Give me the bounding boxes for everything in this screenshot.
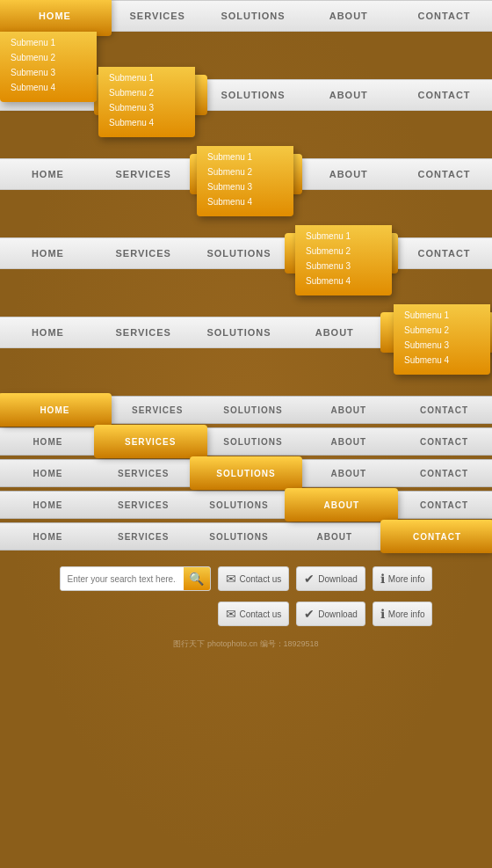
nav-home-7[interactable]: HOME <box>0 428 96 455</box>
nav-services-7[interactable]: SERVICES <box>96 427 206 456</box>
email-icon-2: ✉ <box>226 607 236 621</box>
bottom-bar-1: 🔍 ✉ Contact us ✔ Download ℹ More info <box>0 558 492 600</box>
info-icon: ℹ <box>380 572 385 586</box>
nav-services-10[interactable]: SERVICES <box>96 523 192 550</box>
download-label-2: Download <box>318 609 357 619</box>
nav-contact-4[interactable]: CONTACT <box>396 238 492 268</box>
submenu-item[interactable]: Submenu 1 <box>105 70 188 85</box>
more-info-button-2[interactable]: ℹ More info <box>373 602 433 626</box>
watermark: 图行天下 photophoto.cn 编号：18929518 <box>0 635 492 653</box>
nav-contact-6[interactable]: CONTACT <box>396 397 492 423</box>
nav-solutions-7[interactable]: SOLUTIONS <box>206 428 301 455</box>
nav-about-1[interactable]: ABOUT <box>300 1 396 31</box>
download-button-2[interactable]: ✔ Download <box>296 602 365 626</box>
nav-bar-7: HOME SERVICES SOLUTIONS ABOUT CONTACT <box>0 427 492 456</box>
submenu-item[interactable]: Submenu 4 <box>7 80 90 95</box>
nav-home-10[interactable]: HOME <box>0 523 96 550</box>
nav-home-9[interactable]: HOME <box>0 492 96 518</box>
submenu-item[interactable]: Submenu 2 <box>401 323 483 338</box>
dropdown-solutions-3: Submenu 1 Submenu 2 Submenu 3 Submenu 4 <box>197 146 293 216</box>
more-info-button-1[interactable]: ℹ More info <box>373 566 433 591</box>
nav-about-7[interactable]: ABOUT <box>300 428 396 455</box>
nav-services-1[interactable]: SERVICES <box>110 1 206 31</box>
submenu-item[interactable]: Submenu 3 <box>302 259 385 274</box>
info-icon-2: ℹ <box>380 607 385 621</box>
nav-about-2[interactable]: ABOUT <box>300 80 396 110</box>
nav-contact-10[interactable]: CONTACT <box>382 522 492 551</box>
nav-about-3[interactable]: ABOUT <box>300 159 396 189</box>
nav-solutions-6[interactable]: SOLUTIONS <box>206 397 301 423</box>
nav-home-6[interactable]: HOME <box>0 395 110 425</box>
nav-services-5[interactable]: SERVICES <box>96 317 192 347</box>
more-info-label-2: More info <box>388 609 425 619</box>
submenu-item[interactable]: Submenu 1 <box>302 229 385 244</box>
contact-us-button-1[interactable]: ✉ Contact us <box>218 566 290 591</box>
submenu-item[interactable]: Submenu 2 <box>7 50 90 65</box>
nav-about-9[interactable]: ABOUT <box>286 490 396 520</box>
nav-contact-9[interactable]: CONTACT <box>396 492 492 518</box>
nav-home-8[interactable]: HOME <box>0 460 96 486</box>
nav-solutions-5[interactable]: SOLUTIONS <box>192 317 287 347</box>
nav-section-8: HOME SERVICES SOLUTIONS ABOUT CONTACT <box>0 459 492 487</box>
nav-home-3[interactable]: HOME <box>0 159 96 189</box>
nav-contact-2[interactable]: CONTACT <box>396 80 492 110</box>
search-input[interactable] <box>61 567 184 590</box>
nav-about-5[interactable]: ABOUT <box>286 317 382 347</box>
contact-us-button-2[interactable]: ✉ Contact us <box>218 602 290 626</box>
submenu-item[interactable]: Submenu 2 <box>204 164 286 179</box>
nav-solutions-8[interactable]: SOLUTIONS <box>192 458 301 488</box>
submenu-item[interactable]: Submenu 1 <box>7 35 90 50</box>
nav-services-9[interactable]: SERVICES <box>96 492 192 518</box>
submenu-item[interactable]: Submenu 4 <box>105 115 188 130</box>
nav-contact-7[interactable]: CONTACT <box>396 428 492 455</box>
nav-solutions-10[interactable]: SOLUTIONS <box>192 523 287 550</box>
nav-services-4[interactable]: SERVICES <box>96 238 192 268</box>
search-button[interactable]: 🔍 <box>184 567 210 590</box>
nav-solutions-2[interactable]: SOLUTIONS <box>206 80 301 110</box>
nav-services-6[interactable]: SERVICES <box>110 397 206 423</box>
bottom-bar-2: ✉ Contact us ✔ Download ℹ More info <box>0 602 492 635</box>
nav-section-3: HOME SERVICES SOLUTIONS ABOUT CONTACT Su… <box>0 114 492 190</box>
nav-section-1: HOME SERVICES SOLUTIONS ABOUT CONTACT Su… <box>0 0 492 32</box>
more-info-label-1: More info <box>388 574 425 584</box>
nav-contact-1[interactable]: CONTACT <box>396 1 492 31</box>
download-button-1[interactable]: ✔ Download <box>296 566 365 591</box>
nav-home-5[interactable]: HOME <box>0 317 96 347</box>
nav-about-6[interactable]: ABOUT <box>300 397 396 423</box>
nav-solutions-1[interactable]: SOLUTIONS <box>206 1 301 31</box>
dropdown-about-4: Submenu 1 Submenu 2 Submenu 3 Submenu 4 <box>295 225 392 295</box>
submenu-item[interactable]: Submenu 2 <box>105 85 188 100</box>
dropdown-services-2: Submenu 1 Submenu 2 Submenu 3 Submenu 4 <box>98 67 195 137</box>
nav-services-8[interactable]: SERVICES <box>96 460 192 486</box>
submenu-item[interactable]: Submenu 3 <box>7 65 90 80</box>
submenu-item[interactable]: Submenu 4 <box>302 274 385 288</box>
nav-contact-3[interactable]: CONTACT <box>396 159 492 189</box>
nav-services-3[interactable]: SERVICES <box>96 159 192 189</box>
submenu-item[interactable]: Submenu 4 <box>204 194 286 209</box>
submenu-item[interactable]: Submenu 1 <box>401 308 483 323</box>
submenu-item[interactable]: Submenu 2 <box>302 244 385 259</box>
nav-bar-6: HOME SERVICES SOLUTIONS ABOUT CONTACT <box>0 396 492 424</box>
nav-home-1[interactable]: HOME <box>0 0 110 34</box>
nav-bar-10: HOME SERVICES SOLUTIONS ABOUT CONTACT <box>0 522 492 551</box>
submenu-item[interactable]: Submenu 3 <box>204 179 286 194</box>
contact-us-label-2: Contact us <box>240 609 282 619</box>
submenu-item[interactable]: Submenu 1 <box>204 150 286 164</box>
nav-solutions-4[interactable]: SOLUTIONS <box>192 238 287 268</box>
nav-section-9: HOME SERVICES SOLUTIONS ABOUT CONTACT <box>0 491 492 519</box>
email-icon: ✉ <box>226 572 236 586</box>
download-icon: ✔ <box>304 572 315 586</box>
nav-section-7: HOME SERVICES SOLUTIONS ABOUT CONTACT <box>0 427 492 456</box>
nav-section-10: HOME SERVICES SOLUTIONS ABOUT CONTACT <box>0 522 492 551</box>
download-label-1: Download <box>318 574 357 584</box>
contact-us-label-1: Contact us <box>240 574 282 584</box>
submenu-item[interactable]: Submenu 3 <box>105 100 188 115</box>
nav-about-8[interactable]: ABOUT <box>300 460 396 486</box>
nav-about-10[interactable]: ABOUT <box>286 523 382 550</box>
nav-solutions-9[interactable]: SOLUTIONS <box>192 492 287 518</box>
submenu-item[interactable]: Submenu 3 <box>401 338 483 353</box>
nav-home-4[interactable]: HOME <box>0 238 96 268</box>
submenu-item[interactable]: Submenu 4 <box>401 353 483 368</box>
nav-contact-8[interactable]: CONTACT <box>396 460 492 486</box>
search-container: 🔍 <box>60 566 211 591</box>
